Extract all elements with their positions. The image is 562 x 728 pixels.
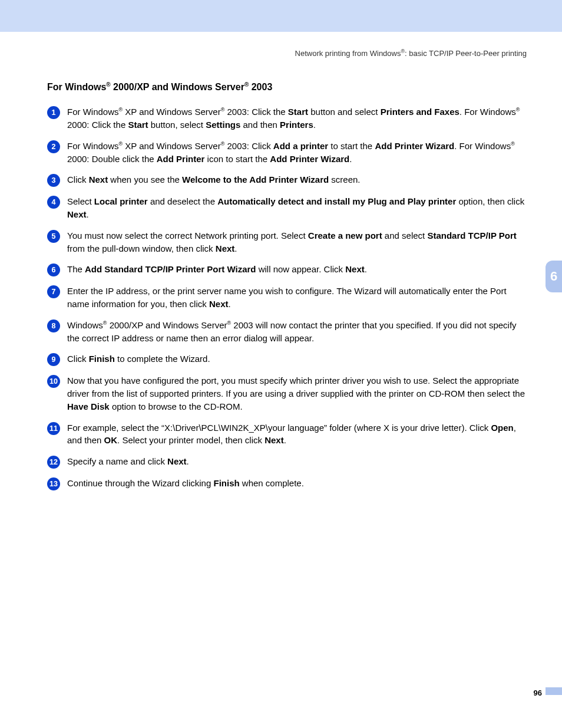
step-number-bullet: 5 — [47, 230, 60, 243]
bold-term: Create a new port — [308, 230, 382, 241]
bold-term: Next — [209, 299, 229, 309]
step-text: For Windows® XP and Windows Server® 2003… — [67, 106, 530, 131]
step-item: 6The Add Standard TCP/IP Printer Port Wi… — [47, 263, 530, 276]
step-item: 3Click Next when you see the Welcome to … — [47, 173, 530, 187]
step-text: Select Local printer and deselect the Au… — [67, 195, 530, 221]
page-number: 96 — [534, 689, 542, 697]
step-item: 1For Windows® XP and Windows Server® 200… — [47, 106, 530, 131]
bold-term: Finish — [89, 354, 115, 364]
bold-term: Add Printer Wizard — [270, 154, 349, 164]
step-text: For Windows® XP and Windows Server® 2003… — [67, 140, 530, 166]
step-number-bullet: 9 — [47, 353, 60, 366]
step-text: The Add Standard TCP/IP Printer Port Wiz… — [67, 263, 530, 276]
bold-term: Printers and Faxes — [381, 107, 459, 117]
bold-term: Local printer — [94, 196, 148, 206]
step-number-bullet: 10 — [47, 375, 60, 388]
top-band — [0, 0, 562, 32]
registered-icon: ® — [221, 141, 225, 147]
step-number-bullet: 13 — [47, 477, 60, 490]
bold-term: Add a printer — [273, 141, 328, 151]
step-number-bullet: 4 — [47, 196, 60, 209]
registered-icon: ® — [106, 81, 110, 88]
step-item: 7Enter the IP address, or the print serv… — [47, 285, 530, 311]
step-item: 13Continue through the Wizard clicking F… — [47, 477, 530, 490]
step-text: Click Finish to complete the Wizard. — [67, 353, 530, 365]
step-number-bullet: 8 — [47, 319, 60, 332]
registered-icon: ® — [103, 320, 107, 326]
step-text: Click Next when you see the Welcome to t… — [67, 173, 530, 186]
step-item: 4Select Local printer and deselect the A… — [47, 195, 530, 221]
step-item: 8Windows® 2000/XP and Windows Server® 20… — [47, 319, 530, 345]
step-text: Enter the IP address, or the print serve… — [67, 285, 530, 311]
step-item: 2For Windows® XP and Windows Server® 200… — [47, 140, 530, 166]
step-item: 12Specify a name and click Next. — [47, 455, 530, 469]
registered-icon: ® — [221, 107, 225, 113]
step-item: 10Now that you have configured the port,… — [47, 374, 530, 413]
heading-part-3: 2003 — [249, 82, 272, 92]
chapter-tab: 6 — [546, 261, 562, 292]
heading-part-2: 2000/XP and Windows Server — [111, 82, 244, 92]
step-number-bullet: 12 — [47, 456, 60, 469]
content-area: For Windows® 2000/XP and Windows Server®… — [47, 81, 530, 499]
bold-term: Next — [216, 243, 235, 253]
bold-term: Open — [491, 423, 513, 433]
step-number-bullet: 2 — [47, 140, 60, 153]
header-suffix: : basic TCP/IP Peer-to-Peer printing — [405, 49, 527, 58]
steps-list: 1For Windows® XP and Windows Server® 200… — [47, 106, 530, 490]
step-item: 11For example, select the “X:\Driver\PCL… — [47, 421, 530, 447]
bold-term: Welcome to the Add Printer Wizard — [182, 174, 329, 185]
step-number-bullet: 1 — [47, 106, 60, 119]
step-text: Specify a name and click Next. — [67, 455, 530, 468]
step-number-bullet: 7 — [47, 285, 60, 298]
bold-term: Start — [288, 107, 308, 117]
step-number-bullet: 3 — [47, 174, 60, 187]
step-text: You must now select the correct Network … — [67, 229, 530, 255]
registered-icon: ® — [119, 141, 123, 147]
bold-term: Next — [265, 435, 284, 445]
step-number-bullet: 6 — [47, 263, 60, 276]
registered-icon: ® — [119, 107, 123, 113]
bold-term: Finish — [213, 478, 239, 488]
bold-term: Printers — [280, 120, 313, 130]
bold-term: Automatically detect and install my Plug… — [217, 196, 456, 206]
bold-term: Next — [89, 174, 108, 185]
bold-term: Standard TCP/IP Port — [427, 230, 516, 241]
step-text: For example, select the “X:\Driver\PCL\W… — [67, 421, 530, 447]
registered-icon: ® — [516, 107, 520, 113]
section-heading: For Windows® 2000/XP and Windows Server®… — [47, 81, 530, 93]
registered-icon: ® — [511, 141, 515, 147]
bold-term: Settings — [206, 120, 240, 130]
bold-term: Have Disk — [67, 401, 110, 411]
step-text: Windows® 2000/XP and Windows Server® 200… — [67, 319, 530, 345]
page-header: Network printing from Windows®: basic TC… — [295, 48, 527, 58]
bold-term: Add Standard TCP/IP Printer Port Wizard — [85, 264, 256, 274]
bold-term: Next — [167, 456, 187, 466]
bold-term: Add Printer Wizard — [375, 141, 454, 151]
bold-term: OK — [104, 435, 118, 445]
step-text: Now that you have configured the port, y… — [67, 374, 530, 413]
step-item: 5You must now select the correct Network… — [47, 229, 530, 255]
step-number-bullet: 11 — [47, 422, 60, 435]
step-text: Continue through the Wizard clicking Fin… — [67, 477, 530, 490]
heading-part-1: For Windows — [47, 82, 106, 92]
header-prefix: Network printing from Windows — [295, 49, 401, 58]
bold-term: Start — [128, 120, 148, 130]
page-number-bar — [546, 687, 562, 695]
bold-term: Next — [345, 264, 365, 274]
registered-icon: ® — [227, 320, 232, 326]
bold-term: Next — [67, 209, 87, 219]
step-item: 9Click Finish to complete the Wizard. — [47, 353, 530, 366]
bold-term: Add Printer — [157, 154, 205, 164]
